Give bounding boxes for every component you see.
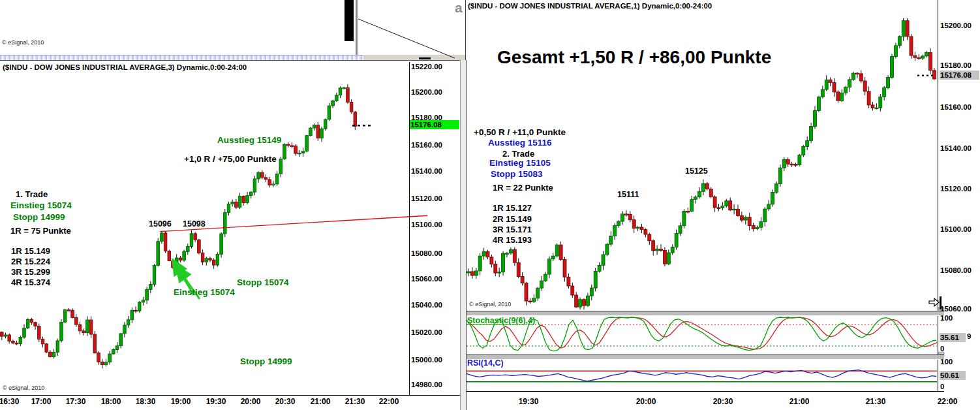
price-tick: 15080.00 (411, 249, 442, 257)
right-trade-number: 2. Trade (502, 149, 534, 159)
stoch-stray-digit: 9 (967, 332, 971, 340)
overlay-letter: a (455, 0, 463, 16)
time-tick: 21:30 (866, 397, 886, 406)
chart-canvas[interactable] (0, 0, 980, 410)
rsi-panel-divider[interactable] (465, 355, 944, 360)
left-stopp-label: Stopp 14999 (13, 212, 65, 222)
left-high2-label: 15098 (183, 219, 206, 229)
time-tick: 20:30 (713, 397, 733, 406)
price-tick: 15200.00 (411, 88, 442, 96)
time-tick: 20:00 (636, 397, 656, 406)
time-tick: 19:30 (206, 397, 226, 406)
price-tick: 15140.00 (940, 144, 972, 152)
right-headline: Gesamt +1,50 R / +86,00 Punkte (497, 47, 771, 68)
time-tick: 19:30 (519, 397, 539, 406)
price-tick: 15160.00 (940, 103, 972, 111)
time-tick: 18:00 (101, 397, 121, 406)
price-tick: 15020.00 (411, 328, 442, 336)
time-tick: 22:00 (938, 397, 958, 406)
stoch-bottom-label: 0 (940, 345, 944, 353)
left-chart-title: ($INDU - DOW JONES INDUSTRIAL AVERAGE,3)… (3, 63, 247, 71)
left-einstieg-arrow-label: Einstieg 15074 (174, 287, 235, 297)
time-tick: 20:00 (241, 397, 261, 406)
left-risk-label: 1R = 75 Punkte (10, 226, 71, 236)
time-tick: 17:30 (66, 397, 86, 406)
right-result-label: +0,50 R / +11,0 Punkte (474, 127, 566, 137)
left-window-right-border[interactable] (460, 60, 467, 410)
left-last-price-box: 15176.08 (410, 120, 459, 129)
right-ausstieg-label: Ausstieg 15116 (488, 138, 552, 148)
left-r3-label: 3R 15.299 (11, 267, 50, 277)
price-tick: 15000.00 (411, 356, 442, 364)
left-result-label: +1,0 R / +75,00 Punkte (184, 154, 277, 164)
left-r1-label: 1R 15.149 (11, 246, 50, 256)
time-tick: 16:30 (0, 397, 19, 406)
rsi-bottom-label: 0 (940, 383, 944, 390)
time-tick: 21:00 (311, 397, 331, 406)
stoch-value-box: 35.61 (940, 333, 966, 342)
right-chart-title: ($INDU - DOW JONES INDUSTRIAL AVERAGE,1)… (468, 2, 712, 10)
right-stopp-label: Stopp 15083 (491, 169, 543, 179)
right-last-price-box: 15176.08 (940, 71, 979, 80)
esignal-workspace: © eSignal, 2010 a ($INDU - DOW JONES IND… (0, 0, 980, 410)
left-stopp-trail-label: Stopp 15074 (237, 277, 289, 287)
left-ausstieg-label: Ausstieg 15149 (217, 135, 281, 145)
right-r3-label: 3R 15.171 (493, 225, 532, 234)
stoch-top-label: 100 (940, 314, 953, 322)
time-tick: 20:30 (275, 397, 296, 406)
price-tick: 15100.00 (411, 221, 442, 229)
rsi-value-box: 50.61 (940, 371, 966, 380)
left-einstieg-label: Einstieg 15074 (10, 200, 72, 210)
resize-cursor-icon (928, 295, 943, 311)
rsi-label: RSI(14,C) (467, 358, 504, 368)
stoch-panel-divider[interactable] (465, 311, 944, 316)
left-stopp-low-label: Stopp 14999 (240, 356, 292, 366)
right-chart-copyright: © eSignal, 2010 (469, 301, 511, 308)
right-r1-label: 1R 15.127 (493, 203, 532, 213)
price-tick: 15120.00 (411, 195, 442, 202)
rsi-top-label: 100 (940, 358, 953, 366)
left-chart-copyright: © eSignal, 2010 (3, 385, 44, 391)
price-tick: 15180.00 (940, 61, 972, 69)
price-tick: 14980.00 (411, 381, 442, 388)
price-tick: 15160.00 (411, 141, 442, 149)
time-tick: 21:30 (345, 397, 365, 406)
price-tick: 15120.00 (940, 185, 972, 193)
price-tick: 15140.00 (411, 167, 442, 175)
price-tick: 15200.00 (940, 22, 972, 29)
price-tick: 15080.00 (940, 266, 972, 274)
price-tick: 15040.00 (411, 301, 442, 309)
left-price-axis[interactable]: 15220.0015200.0015180.0015160.0015140.00… (410, 62, 460, 410)
right-r4-label: 4R 15.193 (493, 235, 532, 245)
right-high1-label: 15111 (617, 190, 639, 199)
price-tick: 15100.00 (940, 225, 972, 233)
right-risk-label: 1R = 22 Punkte (493, 183, 553, 193)
left-trade-number: 1. Trade (16, 189, 48, 199)
left-r2-label: 2R 15.224 (11, 257, 50, 266)
right-r2-label: 2R 15.149 (493, 214, 532, 224)
right-time-axis[interactable]: 19:3020:0020:3021:0021:3022:00 (465, 396, 980, 410)
right-einstieg-label: Einstieg 15105 (489, 158, 551, 168)
time-tick: 21:00 (789, 397, 810, 406)
right-high2-label: 15125 (685, 166, 708, 176)
time-tick: 17:00 (31, 397, 52, 406)
time-tick: 22:00 (379, 397, 399, 406)
left-time-axis[interactable]: 16:3017:0017:3018:0018:3019:0019:3020:00… (0, 396, 465, 410)
price-tick: 15060.00 (411, 275, 442, 283)
time-tick: 19:00 (171, 397, 191, 406)
left-high1-label: 15096 (149, 219, 172, 229)
time-tick: 18:30 (136, 397, 156, 406)
price-tick: 15060.00 (940, 305, 972, 313)
left-r4-label: 4R 15.374 (11, 277, 50, 287)
stoch-label: Stochastic(9(6),4) (467, 316, 535, 325)
price-tick: 15220.00 (411, 63, 442, 71)
